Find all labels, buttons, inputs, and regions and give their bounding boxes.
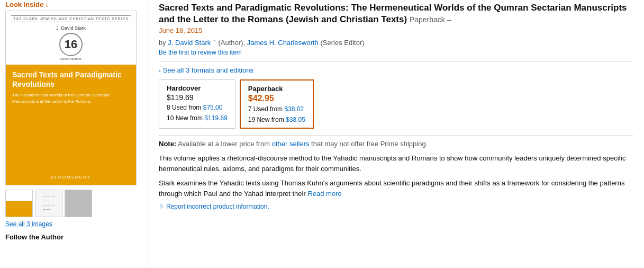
hardcover-format-box[interactable]: Hardcover $119.69 8 Used from $75.00 10 …: [159, 79, 235, 129]
thumbnail-gallery: ― ― ―― ―― ― ―― ―: [5, 190, 142, 217]
read-more-link[interactable]: Read more: [307, 190, 341, 198]
by-prefix: by: [159, 39, 166, 47]
description-para-1: This volume applies a rhetorical-discour…: [159, 153, 633, 174]
paperback-label: Paperback: [248, 85, 305, 93]
author2-link[interactable]: James H. Charlesworth: [247, 39, 319, 47]
note-text2: that may not offer free Prime shipping.: [311, 140, 428, 148]
divider-1: [159, 61, 633, 62]
book-main-title: Sacred Texts and Paradigmatic Revolution…: [159, 2, 633, 25]
format-dash: Paperback –: [410, 15, 451, 24]
note-text: Available at a lower price from: [178, 140, 270, 148]
paperback-used-link: 7 Used from $38.02: [248, 105, 305, 113]
hardcover-new-link: 10 New from $119.69: [167, 114, 228, 122]
paperback-price: $42.95: [248, 94, 305, 103]
look-inside-arrow-icon: ↓: [45, 0, 49, 8]
paperback-format-box[interactable]: Paperback $42.95 7 Used from $38.02 19 N…: [240, 79, 314, 129]
book-cover-subtitle: The Hermeneutical Worlds of the Qumran S…: [12, 92, 130, 104]
book-number-sub: Series Number: [11, 57, 131, 60]
book-cover-image[interactable]: T&T CLARK JEWISH AND CHRISTIAN TEXTS SER…: [5, 11, 137, 185]
hardcover-price: $119.69: [167, 93, 228, 102]
desc2-text: Stark examines the Yahadic texts using T…: [159, 179, 624, 198]
book-cover-author: J. David Stark: [11, 25, 131, 31]
authors-line: by J. David Stark ˅ (Author), James H. C…: [159, 39, 633, 47]
thumbnail-2[interactable]: ― ― ―― ―― ― ―― ―: [35, 190, 62, 217]
look-inside-button[interactable]: Look inside ↓: [5, 0, 142, 8]
look-inside-label: Look inside: [5, 1, 43, 8]
note-label: Note:: [159, 140, 176, 148]
hardcover-label: Hardcover: [167, 84, 228, 92]
see-all-images-link[interactable]: See all 3 images: [5, 220, 142, 228]
note-section: Note: Available at a lower price from ot…: [159, 140, 633, 148]
description-para-2: Stark examines the Yahadic texts using T…: [159, 178, 633, 199]
author1-link[interactable]: J. David Stark: [168, 39, 211, 47]
report-link-label: Report incorrect product information.: [166, 203, 269, 210]
thumbnail-1[interactable]: [5, 190, 33, 217]
author2-role: (Series Editor): [320, 39, 364, 47]
book-number: 16: [59, 33, 83, 56]
flag-icon: ⚐: [159, 203, 164, 210]
other-sellers-link[interactable]: other sellers: [272, 140, 310, 148]
paperback-new-link: 19 New from $38.05: [248, 116, 305, 123]
book-publisher: BLOOMSBURY: [12, 175, 130, 180]
publication-date: June 18, 2015: [159, 26, 633, 34]
right-panel: Sacred Texts and Paradigmatic Revolution…: [148, 0, 644, 268]
left-panel: Look inside ↓ T&T CLARK JEWISH AND CHRIS…: [0, 0, 148, 268]
review-link[interactable]: Be the first to review this item: [159, 49, 633, 56]
see-all-formats-label: See all 3 formats and editions: [163, 66, 253, 74]
report-product-link[interactable]: ⚐ Report incorrect product information.: [159, 203, 633, 210]
follow-author-label: Follow the Author: [5, 233, 142, 241]
author1-role: (Author): [219, 39, 243, 47]
divider-2: [159, 135, 633, 136]
formats-row: Hardcover $119.69 8 Used from $75.00 10 …: [159, 79, 633, 129]
book-cover-title: Sacred Texts and Paradigmatic Revolution…: [12, 70, 130, 89]
book-title-text: Sacred Texts and Paradigmatic Revolution…: [159, 3, 627, 24]
thumbnail-3[interactable]: [65, 190, 92, 217]
hardcover-used-link: 8 Used from $75.00: [167, 104, 228, 111]
book-series-text: T&T CLARK JEWISH AND CHRISTIAN TEXTS SER…: [11, 15, 131, 22]
see-all-formats-link[interactable]: › See all 3 formats and editions: [159, 66, 633, 74]
dropdown-icon: ˅: [213, 39, 219, 47]
chevron-right-icon: ›: [159, 67, 161, 74]
